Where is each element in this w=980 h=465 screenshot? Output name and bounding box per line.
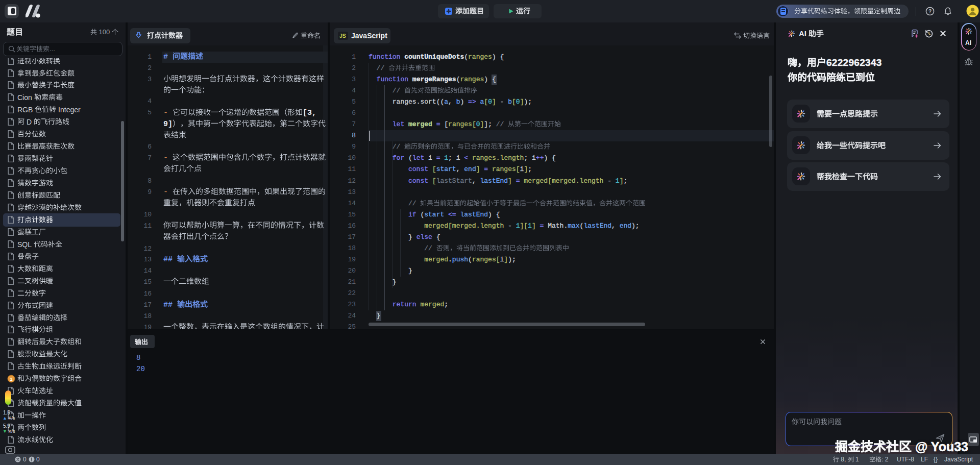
svg-text:1: 1 xyxy=(10,376,13,382)
svg-text:?: ? xyxy=(928,9,932,14)
